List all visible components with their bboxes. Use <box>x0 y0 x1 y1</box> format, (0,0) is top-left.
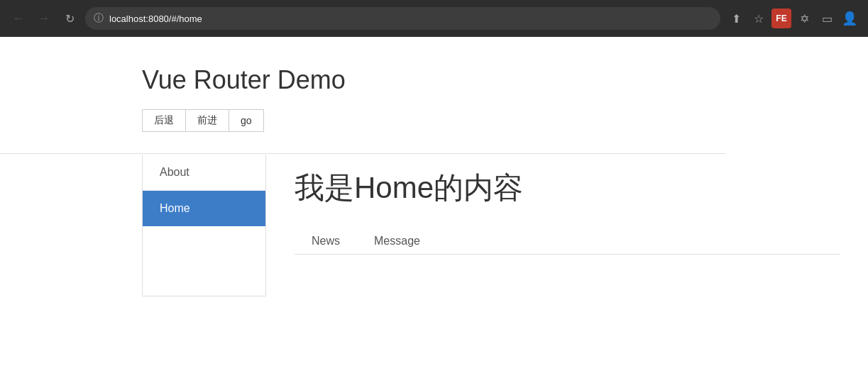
app-title: Vue Router Demo <box>142 65 868 95</box>
sidebar-toggle-icon[interactable]: ▭ <box>817 9 837 28</box>
refresh-button[interactable]: ↻ <box>60 9 79 28</box>
sidebar: About Home <box>142 155 266 296</box>
nav-buttons: 后退 前进 go <box>142 109 868 132</box>
url-text: localhost:8080/#/home <box>109 13 202 24</box>
router-view: 我是Home的内容 News Message <box>266 154 868 296</box>
sidebar-item-home[interactable]: Home <box>143 191 265 226</box>
forward-button[interactable]: → <box>34 9 54 28</box>
browser-chrome: ← → ↻ ⓘ localhost:8080/#/home ⬆ ☆ FE ✡ ▭… <box>0 0 868 37</box>
toolbar-icons: ⬆ ☆ FE ✡ ▭ 👤 <box>726 9 859 28</box>
bookmark-icon[interactable]: ☆ <box>749 9 769 28</box>
sub-tabs: News Message <box>295 229 840 255</box>
profile-icon[interactable]: 👤 <box>840 9 859 28</box>
home-content-title: 我是Home的内容 <box>295 168 840 208</box>
address-bar[interactable]: ⓘ localhost:8080/#/home <box>85 7 720 30</box>
fe-extension-icon[interactable]: FE <box>771 9 791 28</box>
extensions-icon[interactable]: ✡ <box>794 9 814 28</box>
back-nav-button[interactable]: 后退 <box>142 109 185 132</box>
main-layout: About Home 我是Home的内容 News Message <box>142 154 868 296</box>
back-button[interactable]: ← <box>9 9 28 28</box>
go-button[interactable]: go <box>229 109 264 132</box>
sub-tab-message[interactable]: Message <box>357 229 437 255</box>
sidebar-item-about[interactable]: About <box>143 155 265 191</box>
sub-tab-news[interactable]: News <box>295 229 357 255</box>
share-icon[interactable]: ⬆ <box>726 9 746 28</box>
forward-nav-button[interactable]: 前进 <box>185 109 229 132</box>
info-icon: ⓘ <box>94 12 104 25</box>
page-content: Vue Router Demo 后退 前进 go <box>0 37 868 132</box>
